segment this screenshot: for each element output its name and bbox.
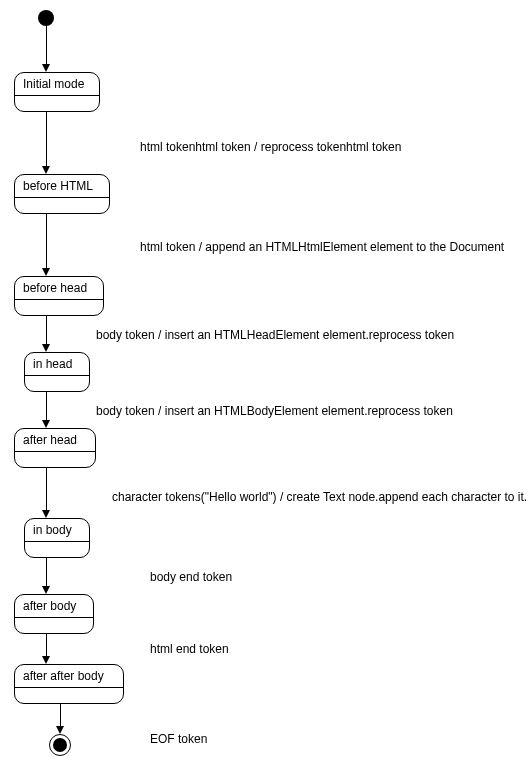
transition-label: EOF token	[150, 732, 207, 746]
start-node-icon	[38, 10, 54, 26]
arrowhead-icon	[42, 268, 50, 276]
state-label: after body	[23, 599, 85, 613]
arrowhead-icon	[42, 656, 50, 664]
arrowhead-icon	[42, 166, 50, 174]
state-before-html: before HTML	[14, 174, 110, 214]
arrow	[46, 214, 47, 270]
arrowhead-icon	[42, 510, 50, 518]
arrowhead-icon	[42, 586, 50, 594]
arrow	[46, 558, 47, 588]
transition-label: character tokens("Hello world") / create…	[112, 490, 527, 504]
state-after-after-body: after after body	[14, 664, 124, 704]
arrow	[46, 392, 47, 422]
transition-label: body token / insert an HTMLBodyElement e…	[96, 404, 453, 418]
state-label: after head	[23, 433, 87, 447]
state-label: after after body	[23, 669, 115, 683]
state-label: Initial mode	[23, 77, 91, 91]
state-before-head: before head	[14, 276, 104, 316]
state-initial-mode: Initial mode	[14, 72, 100, 112]
state-in-body: in body	[24, 518, 90, 558]
state-label: before HTML	[23, 179, 101, 193]
transition-label: body end token	[150, 570, 232, 584]
arrow	[46, 468, 47, 512]
state-label: in body	[33, 523, 81, 537]
arrowhead-icon	[42, 420, 50, 428]
arrow	[60, 704, 61, 728]
state-in-head: in head	[24, 352, 90, 392]
arrowhead-icon	[42, 344, 50, 352]
arrow	[46, 112, 47, 168]
state-label: before head	[23, 281, 95, 295]
transition-label: html end token	[150, 642, 229, 656]
end-node-icon	[49, 734, 71, 756]
state-after-body: after body	[14, 594, 94, 634]
state-after-head: after head	[14, 428, 96, 468]
state-diagram: Initial mode html tokenhtml token / repr…	[0, 0, 532, 769]
arrow	[46, 26, 47, 66]
transition-label: body token / insert an HTMLHeadElement e…	[96, 328, 454, 342]
arrowhead-icon	[56, 726, 64, 734]
arrow	[46, 316, 47, 346]
arrowhead-icon	[42, 64, 50, 72]
state-label: in head	[33, 357, 81, 371]
transition-label: html tokenhtml token / reprocess tokenht…	[140, 140, 401, 154]
transition-label: html token / append an HTMLHtmlElement e…	[140, 240, 504, 254]
arrow	[46, 634, 47, 658]
